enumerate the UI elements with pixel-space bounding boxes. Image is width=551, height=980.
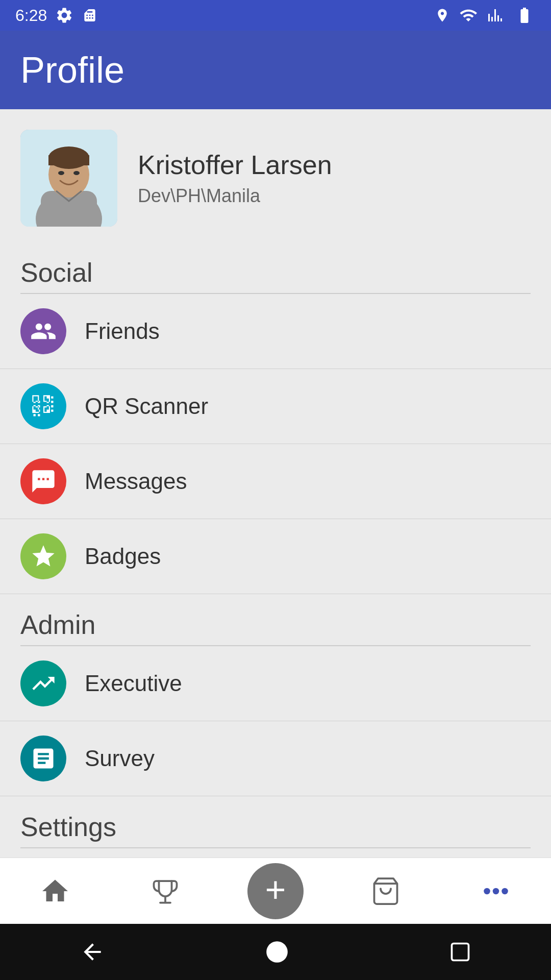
messages-icon-circle — [20, 458, 66, 504]
survey-icon-circle — [20, 736, 66, 781]
home-circle-icon — [264, 939, 290, 965]
section-header-social: Social — [0, 242, 551, 293]
svg-rect-14 — [452, 944, 469, 961]
android-nav-bar — [0, 924, 551, 980]
add-plus-icon: + — [265, 872, 286, 908]
menu-item-badges[interactable]: Badges — [0, 519, 551, 594]
android-home-button[interactable] — [264, 939, 290, 965]
status-time: 6:28 — [15, 6, 47, 25]
menu-item-executive[interactable]: Executive — [0, 646, 551, 721]
back-icon — [80, 939, 105, 965]
qr-scanner-label: QR Scanner — [85, 394, 208, 419]
menu-item-friends[interactable]: Friends — [0, 294, 551, 369]
home-icon — [40, 876, 70, 906]
qr-scanner-icon — [30, 393, 57, 420]
status-left: 6:28 — [15, 6, 98, 25]
svg-point-7 — [58, 171, 64, 175]
avatar-image — [20, 130, 117, 227]
svg-point-11 — [493, 888, 499, 894]
nav-item-more[interactable] — [441, 876, 551, 906]
content: Kristoffer Larsen Dev\PH\Manila Social F… — [0, 109, 551, 980]
settings-divider — [20, 847, 531, 848]
messages-label: Messages — [85, 469, 187, 494]
status-bar: 6:28 — [0, 0, 551, 31]
add-button[interactable]: + — [247, 863, 304, 919]
signal-icon — [487, 6, 505, 24]
shop-icon — [370, 876, 401, 906]
page-title: Profile — [20, 50, 124, 90]
more-icon — [481, 876, 511, 906]
location-icon — [435, 6, 450, 24]
android-back-button[interactable] — [80, 939, 105, 965]
profile-subtitle: Dev\PH\Manila — [138, 185, 332, 207]
executive-label: Executive — [85, 671, 182, 696]
survey-icon — [30, 745, 57, 772]
battery-icon — [513, 6, 536, 24]
survey-label: Survey — [85, 746, 155, 771]
sim-icon — [82, 6, 98, 24]
badges-icon-circle — [20, 533, 66, 579]
svg-point-8 — [73, 171, 80, 175]
header: Profile — [0, 31, 551, 109]
profile-section: Kristoffer Larsen Dev\PH\Manila — [0, 109, 551, 242]
qr-icon-circle — [20, 383, 66, 429]
messages-icon — [30, 468, 57, 495]
svg-point-12 — [502, 888, 508, 894]
recents-icon — [449, 941, 471, 963]
svg-point-13 — [266, 941, 288, 963]
nav-item-add[interactable]: + — [220, 863, 331, 919]
profile-name: Kristoffer Larsen — [138, 150, 332, 180]
trophy-icon — [150, 876, 181, 906]
badges-icon — [30, 543, 57, 570]
friends-icon — [30, 318, 57, 345]
avatar — [20, 130, 117, 227]
section-header-settings: Settings — [0, 796, 551, 847]
settings-icon — [55, 6, 73, 24]
bottom-nav: + — [0, 857, 551, 924]
nav-item-home[interactable] — [0, 876, 110, 906]
menu-item-qr-scanner[interactable]: QR Scanner — [0, 369, 551, 444]
avatar-placeholder — [20, 130, 117, 227]
menu-item-survey[interactable]: Survey — [0, 721, 551, 796]
executive-icon — [30, 670, 57, 697]
friends-label: Friends — [85, 318, 160, 344]
badges-label: Badges — [85, 544, 161, 569]
wifi-icon — [458, 6, 479, 24]
svg-point-10 — [484, 888, 490, 894]
section-header-admin: Admin — [0, 594, 551, 645]
status-right — [435, 6, 536, 24]
nav-item-shop[interactable] — [331, 876, 441, 906]
friends-icon-circle — [20, 308, 66, 354]
nav-item-trophy[interactable] — [110, 876, 220, 906]
android-recents-button[interactable] — [449, 941, 471, 963]
executive-icon-circle — [20, 660, 66, 706]
profile-info: Kristoffer Larsen Dev\PH\Manila — [138, 150, 332, 207]
svg-rect-6 — [48, 155, 89, 165]
menu-item-messages[interactable]: Messages — [0, 444, 551, 519]
